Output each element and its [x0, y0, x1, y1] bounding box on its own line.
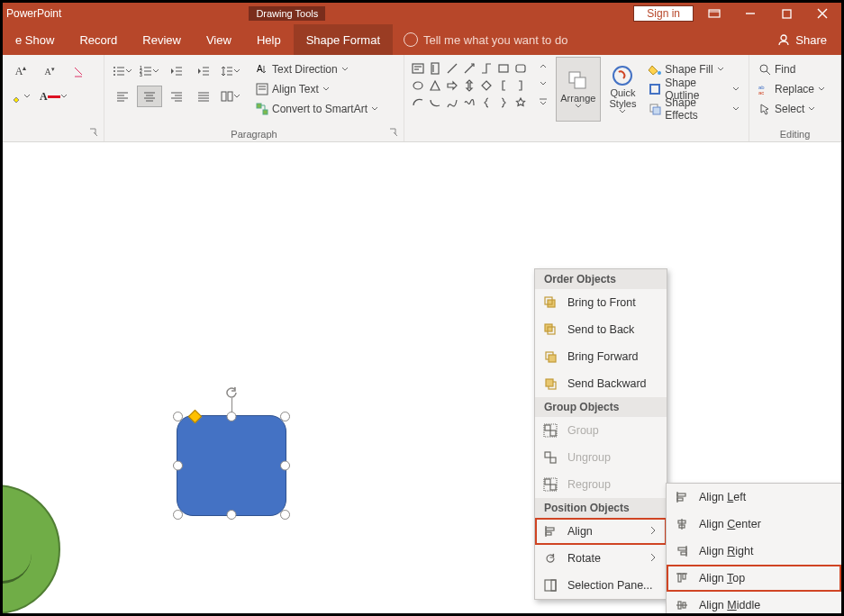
green-circle-shape[interactable] — [3, 485, 60, 613]
resize-handle-l[interactable] — [173, 461, 183, 471]
svg-point-70 — [760, 65, 767, 72]
menu-align-top[interactable]: Align Top — [667, 565, 841, 592]
resize-handle-tr[interactable] — [280, 412, 290, 421]
contextual-tab-label: Drawing Tools — [249, 6, 325, 21]
share-button[interactable]: Share — [777, 33, 841, 47]
numbering-button[interactable]: 123 — [137, 60, 162, 82]
sign-in-button[interactable]: Sign in — [633, 5, 694, 22]
selected-rounded-rect-shape[interactable] — [177, 415, 286, 516]
resize-handle-t[interactable] — [227, 412, 237, 421]
menu-align-left[interactable]: Align Left — [667, 484, 841, 511]
find-button[interactable]: Find — [755, 60, 835, 78]
paragraph-dialog-launcher[interactable] — [389, 127, 400, 138]
menu-ungroup-label: Ungroup — [567, 451, 611, 464]
align-center-button[interactable] — [137, 86, 162, 107]
shape-vtextbox-icon[interactable] — [427, 60, 443, 77]
menu-align-right[interactable]: Align Right — [667, 538, 841, 565]
slide-canvas[interactable]: Order Objects Bring to Front Send to Bac… — [3, 142, 841, 613]
font-color-button[interactable]: A — [37, 86, 70, 107]
shape-textbox-icon[interactable] — [410, 60, 426, 77]
shape-lbrace-icon[interactable] — [478, 95, 495, 111]
maximize-button[interactable] — [771, 4, 802, 23]
shape-rbracket-icon[interactable] — [513, 77, 529, 94]
shapes-gallery[interactable] — [410, 57, 529, 122]
resize-handle-br[interactable] — [280, 510, 290, 520]
shape-arrow-right-icon[interactable] — [444, 77, 460, 94]
tab-view[interactable]: View — [194, 24, 244, 55]
justify-button[interactable] — [191, 86, 216, 107]
bullets-button[interactable] — [110, 60, 135, 82]
tab-slideshow-partial[interactable]: e Show — [3, 24, 67, 55]
svg-rect-60 — [516, 65, 525, 72]
shape-arc1-icon[interactable] — [410, 95, 426, 111]
arrange-button[interactable]: Arrange — [556, 57, 601, 122]
tab-help[interactable]: Help — [244, 24, 294, 55]
shape-arrowline-icon[interactable] — [461, 60, 477, 77]
regroup-icon — [542, 478, 558, 491]
increase-indent-button[interactable] — [191, 60, 216, 82]
replace-button[interactable]: abac Replace — [755, 80, 835, 98]
menu-bring-to-front[interactable]: Bring to Front — [535, 289, 667, 316]
shape-outline-button[interactable]: Shape Outline — [645, 80, 743, 98]
quick-styles-button[interactable]: Quick Styles — [601, 57, 646, 122]
shape-arc2-icon[interactable] — [427, 95, 443, 111]
ribbon-display-options-button[interactable] — [699, 4, 730, 23]
shape-line-icon[interactable] — [444, 60, 460, 77]
increase-font-button[interactable]: A▴ — [8, 60, 33, 82]
decrease-indent-button[interactable] — [164, 60, 189, 82]
shape-curve-icon[interactable] — [444, 95, 460, 111]
highlight-button[interactable] — [8, 86, 33, 107]
menu-align[interactable]: Align — [535, 518, 667, 545]
align-right-button[interactable] — [164, 86, 189, 107]
select-button[interactable]: Select — [755, 100, 835, 118]
resize-handle-r[interactable] — [280, 461, 290, 471]
svg-rect-74 — [548, 300, 555, 307]
resize-handle-b[interactable] — [227, 510, 237, 520]
clear-formatting-button[interactable] — [66, 60, 91, 82]
svg-rect-3 — [783, 10, 791, 18]
adjustment-handle[interactable] — [188, 410, 203, 424]
shape-connector-icon[interactable] — [478, 60, 495, 77]
rotate-icon — [542, 552, 558, 565]
columns-button[interactable] — [218, 86, 243, 107]
tab-review[interactable]: Review — [130, 24, 194, 55]
shape-triangle-icon[interactable] — [427, 77, 443, 94]
shape-lbracket-icon[interactable] — [495, 77, 512, 94]
line-spacing-button[interactable] — [218, 60, 243, 82]
shape-star-icon[interactable] — [513, 95, 529, 111]
resize-handle-tl[interactable] — [173, 412, 183, 421]
gallery-scroll-up[interactable] — [531, 57, 556, 75]
align-text-button[interactable]: Align Text — [252, 80, 382, 98]
minimize-button[interactable] — [735, 4, 766, 23]
svg-rect-97 — [677, 498, 683, 501]
submenu-arrow-icon — [650, 552, 656, 565]
shape-oval-icon[interactable] — [410, 77, 426, 94]
tell-me-search[interactable]: Tell me what you want to do — [404, 32, 567, 47]
text-direction-button[interactable]: A Text Direction — [252, 60, 382, 78]
menu-send-to-back[interactable]: Send to Back — [535, 316, 667, 343]
align-left-button[interactable] — [110, 86, 135, 107]
shape-freeform-icon[interactable] — [461, 95, 477, 111]
shape-rect-icon[interactable] — [495, 60, 512, 77]
menu-align-middle[interactable]: Align Middle — [667, 592, 841, 613]
tab-record[interactable]: Record — [67, 24, 130, 55]
tab-shape-format[interactable]: Shape Format — [294, 24, 393, 55]
menu-selection-pane[interactable]: Selection Pane... — [535, 572, 667, 599]
resize-handle-bl[interactable] — [173, 510, 183, 520]
shape-effects-button[interactable]: Shape Effects — [645, 100, 743, 118]
shape-roundrect-icon[interactable] — [513, 60, 529, 77]
shape-fill-button[interactable]: Shape Fill — [645, 60, 743, 78]
close-button[interactable] — [807, 4, 838, 23]
shape-diamond-icon[interactable] — [478, 77, 495, 94]
shape-rbrace-icon[interactable] — [495, 95, 512, 111]
shape-arrow-updown-icon[interactable] — [461, 77, 477, 94]
menu-send-backward[interactable]: Send Backward — [535, 370, 667, 397]
convert-smartart-button[interactable]: Convert to SmartArt — [252, 100, 382, 118]
gallery-scroll-down[interactable] — [531, 75, 556, 93]
decrease-font-button[interactable]: A▾ — [37, 60, 62, 82]
menu-bring-forward[interactable]: Bring Forward — [535, 343, 667, 370]
gallery-more-button[interactable] — [531, 93, 556, 111]
font-dialog-launcher[interactable] — [89, 127, 100, 138]
menu-align-center[interactable]: Align Center — [667, 511, 841, 538]
menu-rotate[interactable]: Rotate — [535, 545, 667, 572]
